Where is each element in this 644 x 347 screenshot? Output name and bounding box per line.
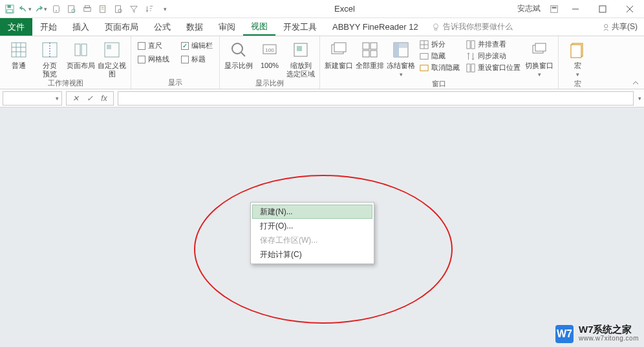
ribbon-tabs: 文件 开始 插入 页面布局 公式 数据 审阅 视图 开发工具 ABBYY Fin… [0, 18, 644, 36]
sync-scroll-button[interactable]: 同步滚动 [466, 51, 521, 61]
switch-windows-button[interactable]: 切换窗口▾ [524, 38, 554, 79]
svg-point-34 [232, 43, 242, 54]
tab-home[interactable]: 开始 [32, 18, 65, 36]
split-button[interactable]: 拆分 [420, 39, 460, 49]
group-label-workbook-views: 工作簿视图 [4, 78, 127, 88]
open-file-icon[interactable] [111, 2, 125, 16]
normal-view-icon [8, 39, 29, 60]
unhide-button[interactable]: 取消隐藏 [420, 63, 460, 73]
svg-rect-56 [467, 63, 470, 71]
tab-file[interactable]: 文件 [0, 18, 32, 36]
svg-rect-45 [370, 50, 377, 57]
enter-formula-button[interactable]: ✓ [83, 94, 96, 103]
zoom-100-button[interactable]: 100100% [255, 38, 284, 70]
ribbon-options-icon[interactable] [548, 3, 560, 15]
tab-insert[interactable]: 插入 [65, 18, 97, 36]
reset-window-icon [466, 63, 475, 73]
sort-icon[interactable] [142, 2, 156, 16]
menu-item-open[interactable]: 打开(O)... [252, 219, 372, 233]
svg-rect-3 [54, 5, 59, 12]
tab-developer[interactable]: 开发工具 [275, 18, 325, 36]
tab-abbyy[interactable]: ABBYY FineReader 12 [325, 18, 426, 36]
print-preview-icon[interactable] [65, 2, 79, 16]
undo-icon[interactable]: ▾ [18, 2, 32, 16]
insert-function-button[interactable]: fx [98, 94, 111, 103]
watermark: W7 W7系统之家 www.w7xitong.com [555, 325, 639, 343]
page-break-preview-button[interactable]: 分页 预览 [35, 38, 65, 78]
quick-access-toolbar: ▾ ▾ ▾ [3, 2, 172, 16]
hide-button[interactable]: 隐藏 [420, 51, 460, 61]
checkbox-headings[interactable]: 标题 [181, 54, 213, 64]
checkbox-formula-bar[interactable]: 编辑栏 [181, 41, 213, 50]
hide-icon [420, 52, 429, 61]
watermark-title: W7系统之家 [579, 325, 639, 334]
page-layout-view-button[interactable]: 页面布局 [66, 38, 96, 70]
svg-rect-28 [43, 43, 57, 57]
svg-rect-61 [571, 45, 581, 58]
svg-rect-17 [599, 6, 606, 12]
svg-rect-30 [75, 44, 80, 56]
freeze-panes-button[interactable]: 冻结窗格▾ [386, 38, 416, 79]
expand-formula-bar-icon[interactable]: ▾ [638, 95, 641, 102]
redo-icon[interactable]: ▾ [34, 2, 48, 16]
group-label-window: 窗口 [324, 79, 554, 89]
svg-rect-59 [535, 43, 546, 51]
svg-line-35 [241, 52, 245, 56]
svg-rect-48 [394, 43, 408, 48]
menu-item-calculate[interactable]: 开始计算(C) [252, 247, 372, 262]
tab-view[interactable]: 视图 [243, 18, 275, 36]
svg-rect-21 [435, 28, 437, 30]
name-box[interactable]: ▾ [3, 91, 62, 106]
app-title: Excel [172, 4, 517, 14]
svg-rect-54 [467, 40, 470, 48]
menu-item-new[interactable]: 新建(N)... [252, 205, 372, 219]
tell-me-placeholder: 告诉我你想要做什么 [443, 21, 513, 32]
tab-review[interactable]: 审阅 [211, 18, 243, 36]
new-file-icon[interactable] [96, 2, 110, 16]
normal-view-button[interactable]: 普通 [4, 38, 34, 70]
new-window-button[interactable]: 新建窗口 [324, 38, 354, 70]
switch-windows-icon [529, 39, 550, 60]
formula-input[interactable] [118, 91, 634, 106]
group-window: 新建窗口 全部重排 冻结窗格▾ 拆分 隐藏 取消隐藏 并排查看 同步滚动 重设窗… [320, 36, 559, 89]
svg-rect-14 [551, 5, 558, 12]
reset-window-button[interactable]: 重设窗口位置 [466, 63, 521, 73]
formula-bar-buttons: ✕ ✓ fx [66, 91, 114, 106]
svg-rect-33 [107, 45, 111, 49]
custom-views-button[interactable]: 自定义视图 [97, 38, 127, 78]
zoom-selection-button[interactable]: 缩放到 选定区域 [286, 38, 316, 78]
user-name: 安志斌 [517, 3, 541, 14]
macros-button[interactable]: 宏▾ [563, 38, 592, 79]
group-label-zoom: 显示比例 [224, 78, 316, 88]
group-label-show: 显示 [135, 77, 215, 87]
checkbox-ruler[interactable]: 直尺 [138, 41, 169, 50]
tell-me-search[interactable]: 告诉我你想要做什么 [431, 18, 513, 36]
filter-icon[interactable] [127, 2, 141, 16]
zoom-100-icon: 100 [259, 39, 280, 60]
qat-more-icon[interactable]: ▾ [158, 2, 172, 16]
svg-text:100: 100 [265, 47, 274, 53]
cancel-formula-button[interactable]: ✕ [69, 94, 82, 103]
tab-data[interactable]: 数据 [178, 18, 211, 36]
touch-mode-icon[interactable] [49, 2, 63, 16]
page-break-icon [39, 39, 60, 60]
lightbulb-icon [431, 23, 440, 32]
share-button[interactable]: 共享(S) [596, 18, 644, 36]
quick-print-icon[interactable] [80, 2, 94, 16]
close-button[interactable] [618, 1, 641, 17]
zoom-selection-icon [290, 39, 311, 60]
save-icon[interactable] [3, 2, 17, 16]
zoom-button[interactable]: 显示比例 [224, 38, 253, 70]
sync-scroll-icon [466, 52, 475, 61]
view-side-by-side-button[interactable]: 并排查看 [466, 39, 521, 49]
tab-page-layout[interactable]: 页面布局 [97, 18, 146, 36]
checkbox-gridlines[interactable]: 网格线 [138, 54, 169, 64]
arrange-all-button[interactable]: 全部重排 [355, 38, 385, 70]
svg-point-20 [433, 23, 438, 28]
tab-formulas[interactable]: 公式 [146, 18, 178, 36]
minimize-button[interactable] [564, 1, 587, 17]
svg-rect-52 [420, 53, 428, 59]
collapse-ribbon-button[interactable] [630, 78, 641, 87]
maximize-button[interactable] [591, 1, 614, 17]
freeze-panes-icon [391, 39, 411, 60]
